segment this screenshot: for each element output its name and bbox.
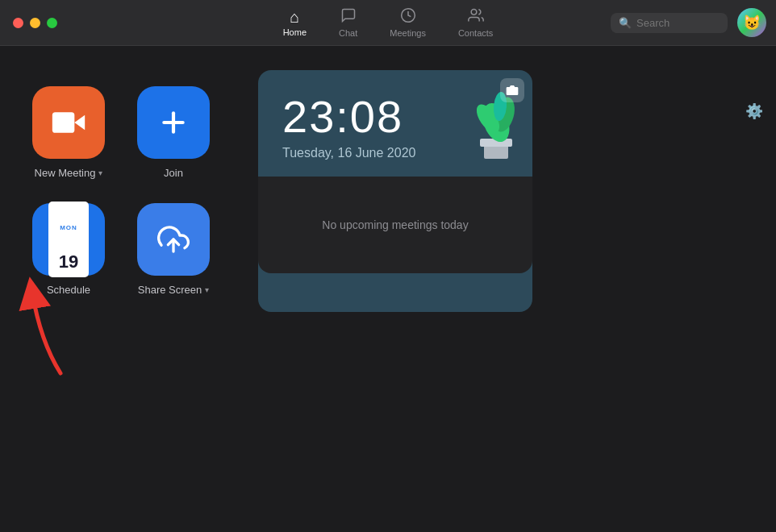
search-icon: 🔍 bbox=[619, 17, 632, 29]
titlebar: ⌂ Home Chat Meetings bbox=[0, 0, 776, 46]
avatar-image: 😺 bbox=[743, 14, 761, 31]
schedule-button[interactable]: MON 19 bbox=[32, 203, 105, 276]
new-meeting-item[interactable]: New Meeting ▾ bbox=[32, 86, 105, 179]
minimize-button[interactable] bbox=[30, 18, 40, 28]
meetings-icon bbox=[400, 7, 416, 26]
schedule-item[interactable]: MON 19 Schedule bbox=[32, 203, 105, 296]
share-screen-label: Share Screen ▾ bbox=[138, 284, 210, 296]
new-meeting-button[interactable] bbox=[32, 86, 105, 159]
no-meetings-text: No upcoming meetings today bbox=[258, 177, 532, 273]
share-screen-item[interactable]: Share Screen ▾ bbox=[137, 203, 210, 296]
calendar-day: 19 bbox=[59, 251, 78, 272]
close-button[interactable] bbox=[13, 18, 23, 28]
tab-contacts[interactable]: Contacts bbox=[442, 1, 509, 44]
traffic-lights bbox=[0, 18, 57, 28]
main-content: New Meeting ▾ Join MON bbox=[0, 46, 776, 532]
join-item[interactable]: Join bbox=[137, 86, 210, 179]
new-meeting-dropdown-icon: ▾ bbox=[98, 168, 102, 177]
tab-contacts-label: Contacts bbox=[458, 28, 493, 38]
tab-chat[interactable]: Chat bbox=[323, 1, 373, 44]
home-icon: ⌂ bbox=[290, 9, 299, 25]
camera-icon[interactable] bbox=[500, 78, 524, 102]
clock-card: 23:08 Tuesday, 16 June 2020 No upcoming … bbox=[258, 70, 532, 312]
action-grid: New Meeting ▾ Join MON bbox=[32, 70, 210, 296]
calendar-month: MON bbox=[60, 224, 77, 231]
svg-point-1 bbox=[471, 10, 477, 15]
maximize-button[interactable] bbox=[47, 18, 57, 28]
join-label: Join bbox=[164, 167, 183, 179]
share-screen-button[interactable] bbox=[137, 203, 210, 276]
new-meeting-label: New Meeting ▾ bbox=[35, 167, 103, 179]
svg-rect-3 bbox=[52, 112, 75, 133]
clock-display: 23:08 Tuesday, 16 June 2020 bbox=[258, 70, 532, 177]
tab-meetings[interactable]: Meetings bbox=[373, 1, 442, 44]
search-bar[interactable]: 🔍 bbox=[611, 13, 728, 33]
search-input[interactable] bbox=[636, 17, 720, 29]
join-button[interactable] bbox=[137, 86, 210, 159]
svg-marker-2 bbox=[74, 115, 85, 130]
right-panel: 23:08 Tuesday, 16 June 2020 No upcoming … bbox=[258, 70, 744, 312]
tab-home[interactable]: ⌂ Home bbox=[267, 2, 323, 44]
share-screen-dropdown-icon: ▾ bbox=[205, 285, 209, 294]
settings-button[interactable]: ⚙️ bbox=[745, 102, 763, 120]
contacts-icon bbox=[468, 7, 484, 26]
schedule-label: Schedule bbox=[47, 284, 90, 296]
tab-chat-label: Chat bbox=[339, 28, 357, 38]
avatar[interactable]: 😺 bbox=[737, 8, 766, 37]
tab-meetings-label: Meetings bbox=[390, 28, 426, 38]
chat-icon bbox=[340, 7, 357, 26]
tab-home-label: Home bbox=[283, 27, 307, 37]
